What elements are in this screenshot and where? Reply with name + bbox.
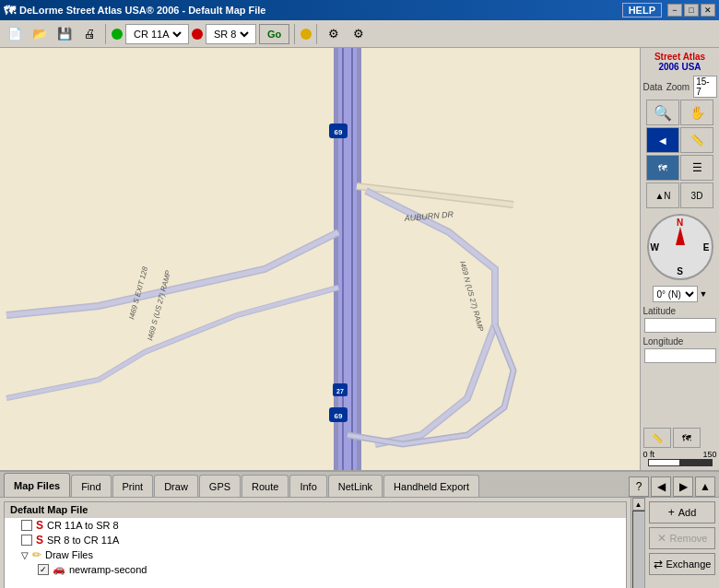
go-button[interactable]: Go	[259, 24, 289, 44]
zoom-value: 15-7	[693, 76, 716, 98]
tool-row-2: ◀ 📏	[643, 127, 717, 153]
remove-icon: ✕	[657, 532, 666, 545]
svg-text:69: 69	[335, 128, 343, 136]
separator-3	[316, 24, 318, 44]
tab-info[interactable]: Info	[289, 475, 326, 497]
draw1-label: newramp-second	[69, 564, 147, 575]
compass-w: W	[651, 242, 659, 253]
save-button[interactable]: 💾	[53, 23, 76, 45]
logo-line2: 2006 USA	[654, 62, 705, 72]
tree-item-draw1[interactable]: ✓ 🚗 newramp-second	[5, 562, 626, 576]
scroll-track[interactable]	[632, 511, 645, 588]
pencil-icon: ✏	[32, 548, 41, 561]
scale-right-label: 150	[702, 450, 716, 459]
north-up-button[interactable]: ▲N	[646, 182, 679, 208]
tool-row-1: 🔍 ✋	[643, 100, 717, 125]
exchange-button[interactable]: ⇄ Exchange	[649, 553, 715, 575]
to-select[interactable]: SR 8	[210, 28, 252, 41]
scale-measure-button[interactable]: 📏	[643, 428, 671, 448]
new-button[interactable]: 📄	[4, 23, 26, 45]
latitude-label: Latitude	[643, 306, 717, 316]
help-button[interactable]: HELP	[622, 3, 662, 18]
tree-item-route2[interactable]: S SR 8 to CR 11A	[5, 533, 626, 547]
svg-rect-4	[338, 48, 357, 470]
overview-button[interactable]: 🗺	[646, 155, 679, 181]
rotation-select[interactable]: 0° (N)	[653, 286, 698, 302]
remove-label: Remove	[670, 533, 708, 544]
layers-button[interactable]: ⚙	[323, 23, 345, 45]
tab-draw[interactable]: Draw	[154, 475, 198, 497]
title-text: DeLorme Street Atlas USA® 2006 - Default…	[19, 5, 266, 16]
draw-folder-label: Draw Files	[45, 549, 93, 560]
tab-netlink[interactable]: NetLink	[328, 475, 383, 497]
from-select[interactable]: CR 11A	[130, 28, 184, 41]
to-indicator	[192, 29, 203, 40]
compass-arrow	[676, 227, 685, 245]
tab-map-files[interactable]: Map Files	[4, 473, 70, 497]
from-dropdown[interactable]: CR 11A	[125, 24, 189, 44]
data-label: Data	[643, 82, 663, 92]
route2-icon: S	[36, 534, 43, 547]
compass[interactable]: N S W E	[647, 214, 713, 280]
map-area[interactable]: 69 27 69 AUBURN DR I469 N (US 27) RAMP I…	[0, 48, 640, 470]
right-panel: Street Atlas 2006 USA Data Zoom 15-7 🔍 ✋…	[640, 48, 719, 470]
minimize-button[interactable]: −	[667, 4, 682, 17]
overview-map-button[interactable]: 🗺	[673, 428, 701, 448]
print-button[interactable]: 🖨	[78, 23, 100, 45]
help-tab-button[interactable]: ?	[629, 476, 649, 497]
bottom-area: Map Files Find Print Draw GPS Route Info…	[0, 470, 719, 588]
add-icon: +	[668, 506, 675, 519]
longitude-input[interactable]	[644, 348, 716, 363]
measure-button[interactable]: 📏	[680, 127, 713, 153]
layer-toggle-button[interactable]: ☰	[680, 155, 713, 181]
latitude-input[interactable]	[644, 318, 716, 333]
scale-area: 📏 🗺 0 ft 150	[643, 428, 717, 466]
app-title: 🗺 DeLorme Street Atlas USA® 2006 - Defau…	[4, 4, 266, 18]
tree-item-route1[interactable]: S CR 11A to SR 8	[5, 518, 626, 533]
draw1-checkbox[interactable]: ✓	[38, 564, 49, 575]
remove-button[interactable]: ✕ Remove	[649, 527, 715, 549]
pan-button[interactable]: ✋	[680, 100, 713, 125]
tree-folder-draw[interactable]: ▽ ✏ Draw Files	[5, 547, 626, 562]
close-button[interactable]: ✕	[701, 4, 715, 17]
zoom-in-button[interactable]: 🔍	[646, 100, 679, 125]
status-indicator	[301, 29, 312, 40]
main-area: 69 27 69 AUBURN DR I469 N (US 27) RAMP I…	[0, 48, 719, 470]
scroll-up-button[interactable]: ▲	[632, 498, 645, 511]
compass-e: E	[703, 242, 710, 253]
exchange-icon: ⇄	[654, 558, 663, 570]
vertical-scrollbar: ▲ ▼	[631, 498, 645, 588]
scale-seg-black	[680, 459, 713, 466]
tab-find[interactable]: Find	[71, 475, 111, 497]
tab-route[interactable]: Route	[242, 475, 289, 497]
route2-label: SR 8 to CR 11A	[47, 535, 119, 546]
maximize-button[interactable]: □	[684, 4, 699, 17]
3d-button[interactable]: 3D	[680, 182, 713, 208]
tab-handheld-export[interactable]: Handheld Export	[383, 475, 479, 497]
map-svg: 69 27 69 AUBURN DR I469 N (US 27) RAMP I…	[0, 48, 640, 470]
route2-checkbox[interactable]	[21, 535, 32, 546]
scale-left-label: 0 ft	[643, 450, 655, 459]
tab-gps[interactable]: GPS	[199, 475, 241, 497]
to-dropdown[interactable]: SR 8	[206, 24, 256, 44]
route1-icon: S	[36, 519, 43, 532]
expand-tab-button[interactable]: ▲	[695, 476, 715, 497]
tool-row-3: 🗺 ☰	[643, 155, 717, 181]
prev-tab-button[interactable]: ◀	[651, 476, 671, 497]
zoom-out-button[interactable]: ◀	[646, 127, 679, 153]
separator-2	[294, 24, 296, 44]
next-tab-button[interactable]: ▶	[673, 476, 693, 497]
tab-print[interactable]: Print	[112, 475, 154, 497]
svg-rect-0	[6, 48, 633, 470]
from-indicator	[112, 29, 123, 40]
compass-s: S	[677, 266, 683, 276]
open-button[interactable]: 📂	[29, 23, 51, 45]
exchange-label: Exchange	[666, 559, 712, 570]
toolbar: 📄 📂 💾 🖨 CR 11A SR 8 Go ⚙ ⚙	[0, 20, 719, 48]
route1-checkbox[interactable]	[21, 520, 32, 531]
options-button[interactable]: ⚙	[348, 23, 370, 45]
logo-line1: Street Atlas	[654, 52, 705, 62]
rotation-dropdown-icon[interactable]: ▼	[700, 289, 708, 299]
add-button[interactable]: + Add	[649, 501, 715, 523]
scale-seg-white	[648, 459, 680, 466]
